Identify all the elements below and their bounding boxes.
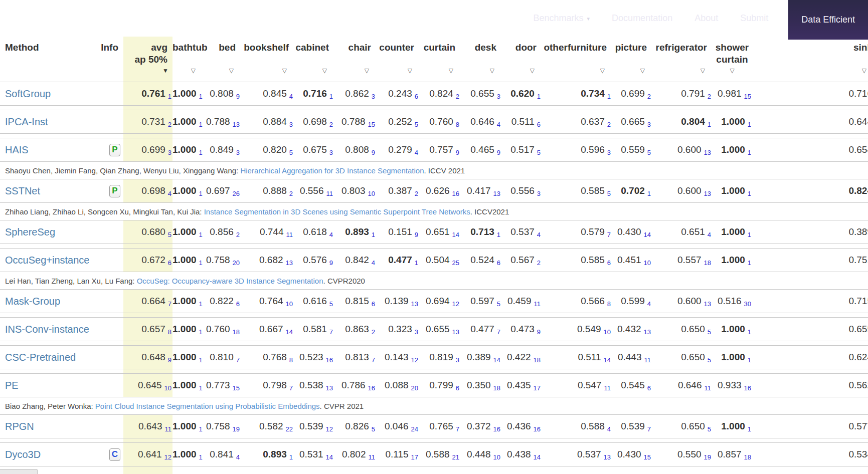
sort-arrow-shower-curtain[interactable]: ▽: [730, 68, 734, 74]
cell-value: 0.567: [510, 255, 535, 266]
cell-value: 0.046: [385, 421, 409, 432]
cell-value: 0.981: [718, 88, 742, 99]
cell-rank: 3: [168, 149, 171, 156]
cell-counter: 0.4771: [376, 249, 419, 272]
cell-counter: 0.2436: [376, 82, 419, 106]
cell-value: 0.715: [848, 296, 868, 307]
method-link[interactable]: PE: [5, 380, 19, 391]
info-badge-p[interactable]: P: [109, 185, 120, 197]
cell-otherfurniture: 0.5884: [542, 415, 612, 438]
nav-item-label: Submit: [740, 13, 768, 24]
sort-arrow-cabinet[interactable]: ▽: [322, 68, 327, 74]
cell-rank: 18: [233, 328, 240, 336]
method-cell: SphereSeg: [0, 220, 93, 244]
method-link[interactable]: INS-Conv-instance: [5, 324, 89, 335]
col-header-bathtub[interactable]: bathtub▽: [172, 37, 203, 82]
sort-arrow-door[interactable]: ▽: [530, 68, 535, 74]
col-header-chair[interactable]: chair▽: [334, 37, 376, 82]
cell-rank: 16: [493, 425, 500, 433]
cell-value: 0.758: [206, 421, 230, 432]
table-row: IPCA-Inst0.73121.00010.788130.88430.6982…: [0, 110, 868, 134]
method-link[interactable]: RPGN: [5, 421, 34, 432]
cell-rank: 1: [748, 259, 751, 267]
method-link[interactable]: SoftGroup: [5, 88, 51, 99]
cell-rank: 1: [289, 453, 293, 461]
method-link[interactable]: SphereSeg: [5, 226, 55, 238]
site-title[interactable]: ScanNet Benchmark: [7, 10, 147, 27]
nav-item-data-efficient[interactable]: Data Efficient: [788, 0, 868, 40]
col-header-avg-ap-50[interactable]: avgap 50%▼: [123, 37, 172, 82]
col-header-bed[interactable]: bed▽: [203, 37, 241, 82]
info-badge-p[interactable]: P: [109, 144, 120, 156]
cell-rank: 1: [748, 356, 751, 364]
col-header-door[interactable]: door▽: [501, 37, 542, 82]
cell-bathtub: 1.0001: [172, 346, 203, 369]
col-header-otherfurniture[interactable]: otherfurniture▽: [542, 37, 612, 82]
sort-arrow-otherfurniture[interactable]: ▽: [600, 68, 605, 74]
method-link[interactable]: SSTNet: [5, 185, 40, 196]
cell-value: 0.389: [848, 226, 868, 238]
cell-curtain: 0.58821: [419, 443, 460, 466]
cell-bed: 0.8107: [203, 346, 241, 369]
sort-arrow-chair[interactable]: ▽: [365, 68, 369, 74]
sort-arrow-bed[interactable]: ▽: [229, 68, 234, 74]
method-link[interactable]: CSC-Pretrained: [5, 352, 76, 363]
col-header-bookshelf[interactable]: bookshelf▽: [241, 37, 294, 82]
sort-arrow-counter[interactable]: ▽: [408, 68, 412, 74]
sort-arrow-curtain[interactable]: ▽: [449, 68, 453, 74]
method-link[interactable]: IPCA-Inst: [5, 116, 48, 127]
sort-arrow-bookshelf[interactable]: ▽: [282, 68, 287, 74]
citation-row: Shaoyu Chen, Jiemin Fang, Qian Zhang, We…: [0, 162, 868, 179]
nav-item-documentation[interactable]: Documentation: [612, 0, 672, 37]
cell-rank: 1: [199, 149, 203, 156]
col-header-counter[interactable]: counter▽: [376, 37, 419, 82]
col-header-curtain[interactable]: curtain▽: [419, 37, 460, 82]
method-link[interactable]: HAIS: [5, 144, 29, 155]
cell-avg-ap-50: 0.64510: [123, 374, 172, 397]
paper-link[interactable]: OccuSeg: Occupancy-aware 3D Instance Seg…: [137, 277, 323, 285]
cell-rank: 30: [744, 300, 751, 308]
col-header-label-bookshelf: bookshelf: [241, 37, 294, 54]
paper-link[interactable]: Instance Segmentation in 3D Scenes using…: [204, 207, 470, 216]
nav-item-submit[interactable]: Submit: [740, 0, 768, 37]
method-link[interactable]: Dyco3D: [5, 449, 41, 460]
col-header-cabinet[interactable]: cabinet▽: [294, 37, 334, 82]
col-header-refrigerator[interactable]: refrigerator▽: [652, 37, 712, 82]
nav-item-benchmarks[interactable]: Benchmarks▾: [534, 0, 590, 37]
info-badge-c[interactable]: C: [109, 448, 120, 461]
cell-rank: 13: [411, 300, 418, 308]
paper-link[interactable]: Hierarchical Aggregation for 3D Instance…: [240, 166, 424, 175]
cell-rank: 21: [452, 453, 459, 461]
cell-rank: 5: [647, 149, 651, 156]
sort-arrow-sink[interactable]: ▽: [862, 68, 866, 74]
cell-rank: 5: [372, 425, 375, 433]
col-header-desk[interactable]: desk▽: [460, 37, 501, 82]
method-link[interactable]: OccuSeg+instance: [5, 255, 89, 266]
col-header-picture[interactable]: picture▽: [612, 37, 652, 82]
cell-value: 0.933: [718, 380, 742, 391]
method-link[interactable]: Mask-Group: [5, 296, 60, 307]
cell-rank: 5: [708, 356, 711, 364]
citation-venue: . CVPR2020: [323, 277, 365, 285]
cell-refrigerator: 0.6514: [652, 220, 712, 244]
cell-value: 1.000: [721, 324, 745, 335]
cell-value: 0.791: [681, 88, 705, 99]
sort-arrow-picture[interactable]: ▽: [640, 68, 645, 74]
cell-value: 0.648: [141, 352, 165, 363]
sort-arrow-avg-ap-50-active[interactable]: ▼: [162, 68, 168, 74]
sort-arrow-desk[interactable]: ▽: [490, 68, 494, 74]
col-header-shower-curtain[interactable]: showercurtain▽: [712, 37, 752, 82]
cell-rank: 13: [644, 328, 651, 336]
col-header-sink[interactable]: sink▽: [752, 37, 868, 82]
cell-rank: 12: [452, 300, 459, 308]
sort-arrow-bathtub[interactable]: ▽: [191, 68, 196, 74]
cell-door: 0.5374: [501, 220, 542, 244]
paper-link[interactable]: Point Cloud Instance Segmentation using …: [95, 402, 320, 410]
cell-value: 0.702: [621, 185, 645, 196]
sort-arrow-refrigerator[interactable]: ▽: [701, 68, 705, 74]
nav-item-about[interactable]: About: [695, 0, 718, 37]
cell-rank: 20: [233, 259, 240, 267]
info-cell: P: [93, 179, 123, 203]
cell-shower-curtain: 1.0001: [712, 415, 752, 438]
col-header-label-cabinet: cabinet: [294, 37, 334, 54]
